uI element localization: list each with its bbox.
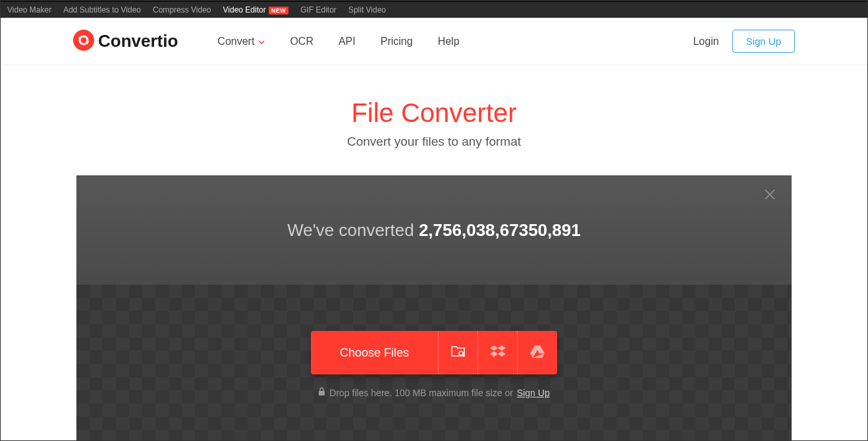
topbar-item-3[interactable]: Video EditorNEW — [223, 5, 289, 15]
nav-help[interactable]: Help — [438, 36, 460, 47]
topbar-item-4[interactable]: GIF Editor — [300, 5, 337, 15]
new-badge: NEW — [269, 7, 289, 15]
stats-text: We've converted 2,756,038,67350,891 — [287, 220, 580, 241]
choose-row: Choose Files — [311, 331, 557, 374]
logo-text: Convertio — [98, 31, 178, 51]
lock-icon — [318, 388, 325, 398]
nav-pricing[interactable]: Pricing — [381, 36, 413, 47]
topbar-item-0[interactable]: Video Maker — [7, 5, 51, 15]
drop-hint-signup-link[interactable]: Sign Up — [517, 388, 550, 398]
panel-dropzone[interactable]: Choose Files Drop files here. 10 — [76, 285, 792, 441]
google-drive-button[interactable] — [518, 331, 557, 374]
nav-links: Convert OCR API Pricing Help — [217, 36, 459, 47]
signup-button[interactable]: Sign Up — [732, 30, 795, 53]
svg-rect-5 — [319, 391, 325, 396]
stats-prefix: We've converted — [287, 220, 419, 240]
stats-count: 2,756,038,67350,891 — [419, 220, 581, 240]
svg-point-3 — [459, 351, 463, 355]
hero: File Converter Convert your files to any… — [1, 65, 867, 169]
nav-ocr[interactable]: OCR — [290, 36, 313, 47]
drop-hint-text: Drop files here. 100 MB maximum file siz… — [329, 388, 513, 398]
nav-convert[interactable]: Convert — [217, 36, 265, 47]
topbar-item-2[interactable]: Compress Video — [153, 5, 211, 15]
upload-panel: We've converted 2,756,038,67350,891 Choo… — [76, 175, 792, 441]
nav-convert-label: Convert — [217, 36, 254, 47]
svg-point-0 — [73, 30, 94, 51]
panel-stats: We've converted 2,756,038,67350,891 — [76, 175, 792, 285]
choose-files-button[interactable]: Choose Files — [311, 331, 439, 374]
topbar-item-5[interactable]: Split Video — [348, 5, 386, 15]
page-title: File Converter — [1, 98, 867, 128]
navbar: Convertio Convert OCR API Pricing Help L… — [1, 18, 867, 65]
close-icon[interactable] — [764, 189, 776, 203]
google-drive-icon — [530, 345, 545, 361]
dropbox-icon — [490, 345, 506, 361]
login-link[interactable]: Login — [693, 36, 719, 47]
dropbox-button[interactable] — [478, 331, 518, 374]
topbar-item-1[interactable]: Add Subtitles to Video — [63, 5, 141, 15]
nav-api[interactable]: API — [339, 36, 356, 47]
page-subtitle: Convert your files to any format — [1, 134, 867, 149]
chevron-down-icon — [258, 36, 265, 47]
topbar: Video MakerAdd Subtitles to VideoCompres… — [1, 1, 867, 18]
folder-search-icon — [451, 345, 466, 361]
browse-files-button[interactable] — [439, 331, 478, 374]
logo-icon — [73, 30, 94, 53]
drop-hint: Drop files here. 100 MB maximum file siz… — [318, 388, 549, 398]
logo[interactable]: Convertio — [73, 30, 178, 53]
